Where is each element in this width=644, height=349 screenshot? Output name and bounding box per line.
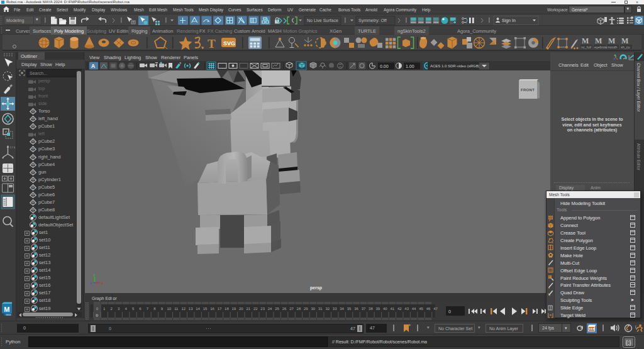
svg-text:mouth: mouth	[608, 45, 617, 49]
svg-text:M: M	[608, 36, 615, 45]
svg-text:25: 25	[275, 307, 279, 311]
svg-text:M: M	[4, 306, 9, 313]
svg-text:32: 32	[325, 307, 330, 311]
svg-text:34: 34	[340, 307, 344, 311]
svg-text:31: 31	[318, 307, 323, 311]
svg-text:35: 35	[347, 307, 352, 311]
svg-text:M: M	[595, 36, 602, 45]
svg-text:12: 12	[181, 307, 186, 311]
svg-text:38: 38	[369, 307, 373, 311]
svg-text:A: A	[91, 63, 95, 69]
svg-text:26: 26	[282, 307, 287, 311]
svg-text:42: 42	[397, 307, 402, 311]
svg-text:t r s: t r s	[10, 145, 16, 149]
svg-text:T: T	[208, 37, 216, 50]
svg-text:41: 41	[390, 307, 394, 311]
svg-text:11: 11	[174, 307, 179, 311]
svg-text:36: 36	[354, 307, 358, 311]
svg-text:{;}: {;}	[626, 340, 631, 346]
svg-text:0: 0	[448, 309, 451, 314]
svg-text:sh_cu: sh_cu	[621, 45, 630, 49]
svg-text:ACES 1.0 SDR-video (sRGB): ACES 1.0 SDR-video (sRGB)	[430, 64, 480, 68]
svg-text:14: 14	[196, 307, 200, 311]
svg-text:1.00: 1.00	[406, 64, 414, 69]
svg-text:MAYA: MAYA	[6, 314, 11, 316]
svg-text:46: 46	[426, 307, 431, 311]
svg-text:No Live Surface: No Live Surface	[307, 18, 338, 23]
svg-text:47: 47	[433, 307, 438, 311]
svg-text:18: 18	[225, 307, 229, 311]
svg-text:13: 13	[189, 307, 193, 311]
svg-text:persp: persp	[310, 285, 322, 291]
svg-text:45: 45	[419, 307, 423, 311]
svg-text:21: 21	[246, 307, 250, 311]
svg-text:37: 37	[362, 307, 366, 311]
svg-text:16: 16	[210, 307, 214, 311]
svg-text:44: 44	[412, 307, 416, 311]
svg-text:eyebrow: eyebrow	[594, 45, 608, 49]
svg-text:?: ?	[264, 17, 269, 25]
svg-text:SVG: SVG	[223, 40, 235, 47]
svg-text:15: 15	[203, 307, 208, 311]
svg-text:24: 24	[268, 307, 272, 311]
svg-text:M: M	[621, 36, 628, 45]
svg-text:Symmetry: Off: Symmetry: Off	[358, 18, 387, 23]
svg-text:30: 30	[311, 307, 315, 311]
svg-text:19: 19	[232, 307, 236, 311]
svg-text:z: z	[90, 281, 92, 285]
svg-text:1: 1	[552, 305, 553, 308]
svg-text:Sign In: Sign In	[502, 18, 516, 23]
svg-text:28: 28	[297, 307, 301, 311]
svg-text:29: 29	[304, 307, 308, 311]
svg-text:22: 22	[253, 307, 258, 311]
svg-text:0.00: 0.00	[380, 64, 389, 69]
svg-text:43: 43	[404, 307, 409, 311]
svg-text:FRONT: FRONT	[521, 88, 535, 92]
svg-text:27: 27	[289, 307, 294, 311]
svg-text:40: 40	[383, 307, 387, 311]
svg-text:nc_full: nc_full	[581, 45, 591, 49]
svg-text:23: 23	[260, 307, 265, 311]
svg-text:M: M	[582, 36, 589, 45]
svg-text:20: 20	[239, 307, 243, 311]
svg-text:0: 0	[96, 313, 98, 318]
svg-text:33: 33	[333, 307, 337, 311]
svg-text:17: 17	[218, 307, 222, 311]
svg-text:10: 10	[167, 307, 171, 311]
svg-text:39: 39	[376, 307, 380, 311]
